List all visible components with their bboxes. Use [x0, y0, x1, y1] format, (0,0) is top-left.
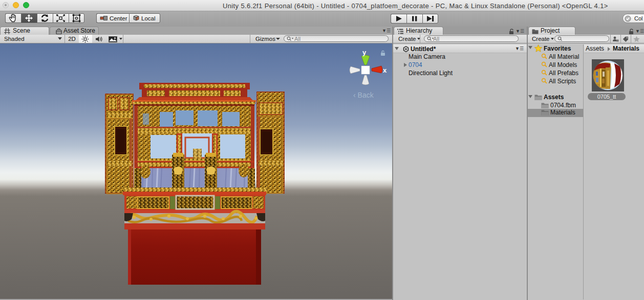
svg-text:x: x: [383, 66, 387, 74]
svg-text:y: y: [362, 49, 367, 56]
svg-text:Local: Local: [141, 15, 156, 21]
svg-text:Center: Center: [110, 15, 127, 21]
svg-text:‹ Back: ‹ Back: [353, 91, 374, 99]
